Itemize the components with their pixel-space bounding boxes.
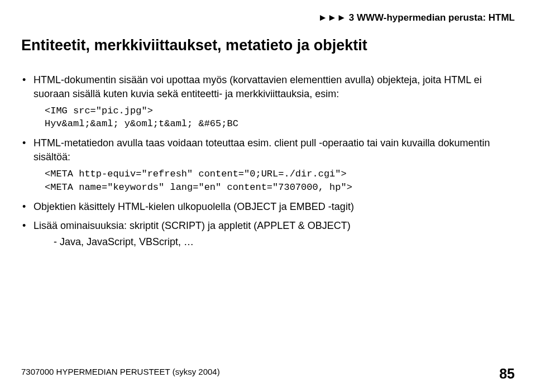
code-line: <IMG src="pic.jpg"> (45, 106, 153, 116)
page-number: 85 (499, 367, 515, 381)
page-title: Entiteetit, merkkiviittaukset, metatieto… (21, 37, 515, 54)
list-item: Lisää ominaisuuksia: skriptit (SCRIPT) j… (22, 219, 515, 249)
bullet-text: HTML-dokumentin sisään voi upottaa myös … (34, 74, 482, 99)
list-item: Objektien käsittely HTML-kielen ulkopuol… (22, 200, 515, 214)
code-line: <META name="keywords" lang="en" content=… (45, 182, 352, 193)
sub-item: - Java, JavaScript, VBScript, … (54, 235, 515, 249)
breadcrumb: ►►► 3 WWW-hypermedian perusta: HTML (318, 12, 515, 23)
bullet-text: Lisää ominaisuuksia: skriptit (SCRIPT) j… (34, 220, 351, 231)
footer-text: 7307000 HYPERMEDIAN PERUSTEET (syksy 200… (21, 367, 220, 376)
bullet-text: Objektien käsittely HTML-kielen ulkopuol… (34, 201, 354, 212)
list-item: HTML-metatiedon avulla taas voidaan tote… (22, 136, 515, 194)
code-block: <IMG src="pic.jpg"> Hyv&aml;&aml; y&oml;… (45, 104, 515, 131)
bullet-text: HTML-metatiedon avulla taas voidaan tote… (34, 137, 490, 162)
code-line: Hyv&aml;&aml; y&oml;t&aml; &#65;BC (45, 118, 238, 129)
footer: 7307000 HYPERMEDIAN PERUSTEET (syksy 200… (21, 367, 515, 381)
code-line: <META http-equiv="refresh" content="0;UR… (45, 169, 347, 179)
bullet-list: HTML-dokumentin sisään voi upottaa myös … (21, 73, 515, 249)
code-block: <META http-equiv="refresh" content="0;UR… (45, 168, 515, 194)
list-item: HTML-dokumentin sisään voi upottaa myös … (22, 73, 515, 131)
